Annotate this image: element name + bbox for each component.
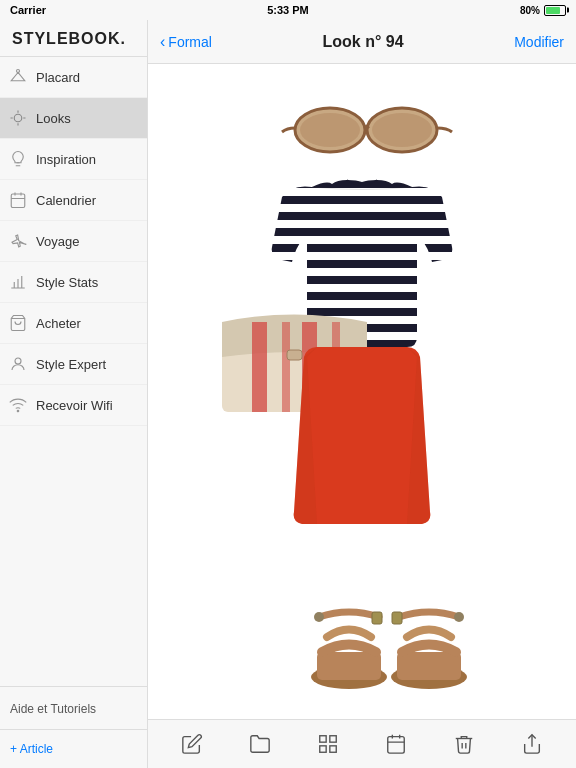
share-button[interactable] <box>514 726 550 762</box>
sidebar-items: Placard Looks Inspirat <box>0 57 147 686</box>
svg-point-6 <box>300 113 360 147</box>
folder-button[interactable] <box>242 726 278 762</box>
back-label: Formal <box>168 34 212 50</box>
svg-rect-27 <box>317 652 381 680</box>
svg-rect-9 <box>267 196 467 204</box>
sidebar-item-label-calendrier: Calendrier <box>36 193 96 208</box>
svg-point-28 <box>314 612 324 622</box>
sidebar-logo: STYLEBOOK. <box>0 20 147 57</box>
sidebar-item-label-placard: Placard <box>36 70 80 85</box>
calendar-toolbar-button[interactable] <box>378 726 414 762</box>
sidebar-item-voyage[interactable]: Voyage <box>0 221 147 262</box>
battery-percent: 80% <box>520 5 540 16</box>
footer-label: Aide et Tutoriels <box>10 702 96 716</box>
svg-point-3 <box>17 410 19 412</box>
sandals <box>311 612 467 689</box>
hanger-icon <box>8 67 28 87</box>
svg-rect-1 <box>11 194 25 208</box>
sidebar-item-calendrier[interactable]: Calendrier <box>0 180 147 221</box>
sidebar-item-looks[interactable]: Looks <box>0 98 147 139</box>
sidebar-item-style-expert[interactable]: Style Expert <box>0 344 147 385</box>
back-button[interactable]: ‹ Formal <box>160 33 212 51</box>
look-area <box>148 64 576 719</box>
sidebar-item-label-style-expert: Style Expert <box>36 357 106 372</box>
svg-rect-36 <box>320 746 326 752</box>
toolbar <box>148 719 576 768</box>
svg-point-0 <box>14 114 22 122</box>
app-container: STYLEBOOK. Placard Looks <box>0 20 576 768</box>
add-article-button[interactable]: + Article <box>0 729 147 768</box>
time-label: 5:33 PM <box>267 4 309 16</box>
svg-rect-31 <box>397 652 461 680</box>
svg-rect-22 <box>282 322 290 412</box>
carrier-label: Carrier <box>10 4 46 16</box>
sidebar-item-label-voyage: Voyage <box>36 234 79 249</box>
app-logo: STYLEBOOK. <box>12 30 135 48</box>
svg-rect-15 <box>267 292 467 300</box>
expert-icon <box>8 354 28 374</box>
calendar-icon <box>8 190 28 210</box>
svg-rect-14 <box>267 276 467 284</box>
svg-rect-13 <box>267 260 467 268</box>
sidebar-item-placard[interactable]: Placard <box>0 57 147 98</box>
chevron-left-icon: ‹ <box>160 33 165 51</box>
svg-rect-34 <box>320 736 326 742</box>
svg-point-2 <box>15 358 21 364</box>
sidebar-footer[interactable]: Aide et Tutoriels <box>0 686 147 729</box>
svg-rect-12 <box>267 244 467 252</box>
delete-button[interactable] <box>446 726 482 762</box>
sidebar-item-label-wifi: Recevoir Wifi <box>36 398 113 413</box>
status-right: 80% <box>520 5 566 16</box>
svg-point-32 <box>454 612 464 622</box>
sidebar-item-recevoir-wifi[interactable]: Recevoir Wifi <box>0 385 147 426</box>
voyage-icon <box>8 231 28 251</box>
modifier-button[interactable]: Modifier <box>514 34 564 50</box>
sidebar: STYLEBOOK. Placard Looks <box>0 20 148 768</box>
svg-rect-10 <box>267 212 467 220</box>
sidebar-item-label-stats: Style Stats <box>36 275 98 290</box>
sidebar-item-label-looks: Looks <box>36 111 71 126</box>
sidebar-item-label-acheter: Acheter <box>36 316 81 331</box>
wifi-icon <box>8 395 28 415</box>
sidebar-item-acheter[interactable]: Acheter <box>0 303 147 344</box>
sidebar-item-style-stats[interactable]: Style Stats <box>0 262 147 303</box>
sunglasses <box>282 108 452 152</box>
battery-fill <box>546 7 560 14</box>
battery-icon <box>544 5 566 16</box>
sidebar-item-inspiration[interactable]: Inspiration <box>0 139 147 180</box>
stats-icon <box>8 272 28 292</box>
looks-icon <box>8 108 28 128</box>
outfit-illustration <box>192 72 532 712</box>
red-skirt <box>294 347 431 524</box>
sidebar-item-label-inspiration: Inspiration <box>36 152 96 167</box>
svg-rect-11 <box>267 228 467 236</box>
svg-point-7 <box>372 113 432 147</box>
svg-rect-37 <box>330 746 336 752</box>
acheter-icon <box>8 313 28 333</box>
nav-title: Look n° 94 <box>323 33 404 51</box>
svg-rect-25 <box>287 350 302 360</box>
inspiration-icon <box>8 149 28 169</box>
svg-rect-38 <box>388 737 405 754</box>
grid-button[interactable] <box>310 726 346 762</box>
svg-rect-29 <box>372 612 382 624</box>
edit-button[interactable] <box>174 726 210 762</box>
svg-rect-21 <box>252 322 267 412</box>
svg-rect-35 <box>330 736 336 742</box>
main-content: ‹ Formal Look n° 94 Modifier <box>148 20 576 768</box>
nav-bar: ‹ Formal Look n° 94 Modifier <box>148 20 576 64</box>
status-bar: Carrier 5:33 PM 80% <box>0 0 576 20</box>
svg-rect-33 <box>392 612 402 624</box>
